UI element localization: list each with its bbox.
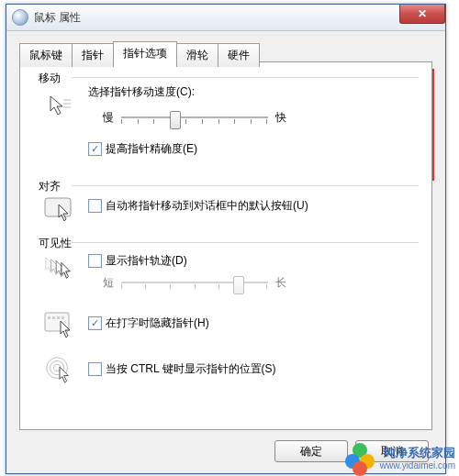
hide-typing-icon — [44, 310, 75, 341]
group-divider — [72, 242, 419, 243]
group-snap: 对齐 自动将指针移动到对话框中的默认按钮(U) — [33, 187, 419, 231]
tab-wheel[interactable]: 滑轮 — [176, 43, 218, 67]
close-button[interactable]: ✕ — [399, 5, 445, 24]
app-icon — [12, 9, 28, 26]
ctrl-checkbox[interactable] — [88, 362, 102, 376]
trails-row: 显示指针轨迹(D) — [88, 253, 187, 269]
svg-rect-7 — [57, 316, 60, 319]
speed-slider[interactable] — [121, 108, 268, 127]
watermark-line2: www.yidaimei.com — [380, 460, 455, 471]
svg-rect-6 — [52, 316, 55, 319]
fast-label: 快 — [275, 110, 286, 126]
tab-panel: 移动 选择指针移动速度(C): 慢 — [19, 61, 432, 430]
tab-label: 指针 — [82, 49, 104, 61]
ok-label: 确定 — [300, 444, 322, 459]
speed-slider-thumb[interactable] — [170, 111, 181, 129]
snap-label: 自动将指针移动到对话框中的默认按钮(U) — [106, 198, 308, 214]
hide-typing-label: 在打字时隐藏指针(H) — [106, 315, 209, 331]
tab-hardware[interactable]: 硬件 — [218, 43, 260, 67]
trails-icon — [44, 253, 75, 284]
hide-typing-checkbox[interactable] — [88, 316, 102, 330]
ok-button[interactable]: 确定 — [274, 440, 348, 462]
precision-row: 提高指针精确度(E) — [88, 141, 197, 157]
group-divider — [72, 185, 419, 186]
trails-label: 显示指针轨迹(D) — [106, 253, 187, 269]
snap-legend: 对齐 — [35, 179, 64, 194]
svg-rect-5 — [48, 316, 50, 319]
watermark-icon — [345, 443, 376, 474]
speed-slider-row: 慢 快 — [103, 108, 286, 127]
svg-rect-8 — [62, 316, 64, 319]
tab-pointers[interactable]: 指针 — [72, 43, 114, 67]
pointer-speed-icon — [44, 92, 75, 123]
tab-strip: 鼠标键 指针 指针选项 滑轮 硬件 — [19, 41, 259, 66]
group-motion: 移动 选择指针移动速度(C): 慢 — [33, 79, 419, 180]
motion-legend: 移动 — [35, 71, 64, 86]
ctrl-locate-icon — [44, 354, 75, 385]
snap-icon — [44, 194, 75, 226]
group-divider — [72, 77, 419, 78]
watermark-line1: 纯净系统家园 — [380, 447, 455, 460]
hide-typing-row: 在打字时隐藏指针(H) — [88, 315, 209, 331]
trail-slider-thumb — [233, 276, 244, 294]
trails-checkbox[interactable] — [88, 254, 102, 268]
long-label: 长 — [275, 275, 286, 291]
slow-label: 慢 — [103, 110, 114, 126]
tab-pointer-options[interactable]: 指针选项 — [113, 41, 177, 66]
short-label: 短 — [103, 275, 114, 291]
precision-checkbox[interactable] — [88, 142, 102, 156]
mouse-properties-window: 鼠标 属性 ✕ 鼠标键 指针 指针选项 滑轮 硬件 移动 选择指针移动速度(C — [6, 4, 446, 474]
ctrl-label: 当按 CTRL 键时显示指针的位置(S) — [106, 361, 276, 377]
tab-buttons[interactable]: 鼠标键 — [19, 43, 73, 67]
tab-label: 滑轮 — [186, 49, 208, 61]
tab-label: 鼠标键 — [29, 49, 62, 61]
window-title: 鼠标 属性 — [34, 10, 81, 26]
precision-label: 提高指针精确度(E) — [106, 141, 197, 157]
speed-label: 选择指针移动速度(C): — [88, 84, 195, 100]
group-visibility: 可见性 显示指针轨迹(D) 短 — [33, 244, 419, 418]
snap-row: 自动将指针移动到对话框中的默认按钮(U) — [88, 198, 308, 214]
trail-slider — [121, 273, 268, 292]
snap-checkbox[interactable] — [88, 199, 102, 213]
tab-label: 硬件 — [228, 49, 250, 61]
ctrl-row: 当按 CTRL 键时显示指针的位置(S) — [88, 361, 276, 377]
titlebar[interactable]: 鼠标 属性 ✕ — [6, 5, 445, 31]
trail-slider-row: 短 长 — [103, 273, 286, 292]
visibility-legend: 可见性 — [35, 236, 75, 251]
watermark: 纯净系统家园 www.yidaimei.com — [345, 443, 455, 474]
tab-label: 指针选项 — [123, 47, 167, 60]
close-icon: ✕ — [418, 7, 427, 20]
